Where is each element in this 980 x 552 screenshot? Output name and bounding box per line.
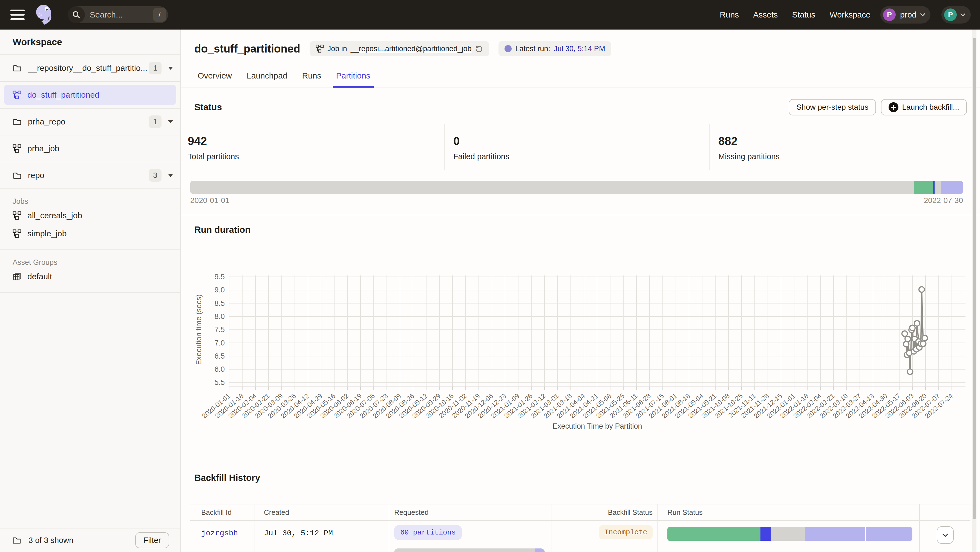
table-row: jozrgsbh Jul 30, 5:12 PM 60 partitions 2… [190, 521, 970, 552]
page-title: do_stuff_partitioned [194, 43, 300, 55]
latest-run-link[interactable]: Jul 30, 5:14 PM [554, 44, 605, 53]
sidebar-item-repo[interactable]: repo3 [0, 162, 180, 189]
data-point [922, 335, 928, 341]
nav-link-workspace[interactable]: Workspace [829, 10, 870, 19]
partition-status-bar[interactable] [190, 181, 963, 194]
col-backfill-id: Backfill Id [190, 504, 255, 520]
tab-overview[interactable]: Overview [194, 68, 235, 87]
tab-partitions[interactable]: Partitions [333, 68, 374, 87]
sidebar-item-__repository__do_stuff_partitio...[interactable]: __repository__do_stuff_partitio...1 [0, 55, 180, 82]
run-status-segment [771, 527, 805, 541]
caret-down-icon[interactable] [168, 121, 173, 124]
nav-link-runs[interactable]: Runs [720, 10, 739, 19]
repo-count-badge: 1 [149, 116, 162, 128]
caret-down-icon[interactable] [168, 174, 173, 177]
requested-range-bar [394, 549, 545, 552]
caret-down-icon[interactable] [168, 67, 173, 70]
run-duration-heading: Run duration [194, 225, 980, 235]
partition-bar-segment [935, 181, 935, 194]
sidebar-item-label: all_cereals_job [27, 211, 82, 220]
y-tick-label: 5.5 [214, 378, 225, 387]
sidebar-item-all_cereals_job[interactable]: all_cereals_job [0, 207, 180, 224]
stat-missing-partitions: 882Missing partitions [709, 124, 967, 170]
show-per-step-status-button[interactable]: Show per-step status [789, 99, 876, 116]
user-avatar: P [944, 8, 957, 21]
sidebar-item-label: do_stuff_partitioned [27, 90, 176, 100]
dagster-app: Search... / RunsAssetsStatusWorkspace P … [0, 0, 980, 552]
sidebar-item-simple_job[interactable]: simple_job [0, 225, 180, 242]
job-location-prefix: Job in [328, 44, 347, 53]
run-status-segment [866, 527, 912, 541]
y-tick-label: 7.5 [214, 325, 225, 334]
search-placeholder: Search... [90, 10, 153, 19]
job-location-link[interactable]: __reposi...artitioned@partitioned_job [351, 44, 472, 53]
section-label-jobs: Jobs [13, 197, 180, 206]
nav-link-assets[interactable]: Assets [753, 10, 778, 19]
folder-icon [12, 536, 21, 545]
sidebar-item-default[interactable]: default [0, 268, 180, 285]
stat-failed-partitions: 0Failed partitions [444, 124, 709, 170]
asset-group-icon [13, 272, 21, 281]
backfill-table: Backfill Id Created Requested Backfill S… [190, 504, 970, 552]
latest-run-tag: Latest run: Jul 30, 5:14 PM [498, 41, 611, 56]
y-tick-label: 7.0 [214, 339, 225, 347]
run-status-segment [667, 527, 760, 541]
main-content: do_stuff_partitioned Job in __reposi...a… [181, 30, 980, 552]
sidebar-item-do_stuff_partitioned[interactable]: do_stuff_partitioned [4, 85, 176, 105]
x-axis-title: Execution Time by Partition [552, 422, 642, 430]
run-status-bar[interactable] [667, 527, 912, 541]
backfill-id-link[interactable]: jozrgsbh [201, 529, 238, 538]
menu-icon[interactable] [10, 10, 25, 20]
y-axis-title: Execution time (secs) [195, 294, 203, 365]
run-status-dot [504, 45, 512, 52]
deployment-avatar: P [883, 8, 896, 21]
folder-icon [13, 117, 22, 126]
reload-icon[interactable] [475, 44, 483, 53]
section-label-asset-groups: Asset Groups [13, 258, 180, 267]
data-point [904, 341, 909, 347]
launch-backfill-button[interactable]: Launch backfill... [881, 99, 967, 116]
sidebar-item-prha_job[interactable]: prha_job [0, 135, 180, 162]
y-tick-label: 9.0 [214, 286, 225, 294]
nav-link-status[interactable]: Status [792, 10, 815, 19]
status-heading: Status [194, 102, 222, 113]
expand-row-button[interactable] [937, 526, 954, 544]
repo-count-badge: 1 [149, 62, 162, 75]
latest-run-label: Latest run: [515, 44, 550, 53]
sidebar-item-label: prha_job [27, 144, 173, 153]
job-header: do_stuff_partitioned Job in __reposi...a… [181, 30, 980, 56]
requested-partitions-badge[interactable]: 60 partitions [394, 525, 462, 540]
partition-range-start: 2020-01-01 [190, 196, 229, 205]
sidebar-item-prha_repo[interactable]: prha_repo1 [0, 109, 180, 135]
backfill-status-badge: Incomplete [599, 525, 652, 539]
search-input[interactable]: Search... / [68, 6, 168, 23]
filter-button[interactable]: Filter [135, 532, 169, 548]
tab-launchpad[interactable]: Launchpad [243, 68, 290, 87]
dagster-logo-icon[interactable] [32, 3, 56, 27]
search-icon [68, 6, 85, 23]
y-tick-label: 8.0 [214, 312, 225, 320]
partition-bar-segment [914, 181, 933, 194]
sidebar-item-label: simple_job [27, 229, 67, 238]
sidebar-sections: Jobsall_cereals_jobsimple_jobAsset Group… [0, 197, 180, 293]
folder-icon [13, 171, 22, 180]
sidebar-item-label: default [27, 272, 52, 281]
deployment-switcher[interactable]: P prod [880, 6, 931, 24]
stat-label: Total partitions [188, 152, 444, 161]
search-shortcut-key: / [153, 8, 166, 22]
stat-value: 882 [718, 135, 967, 148]
user-menu[interactable]: P [942, 6, 971, 24]
scrollbar-thumb[interactable] [973, 38, 976, 519]
backfill-created: Jul 30, 5:12 PM [264, 529, 333, 538]
deployment-name: prod [900, 10, 916, 19]
stat-label: Missing partitions [718, 152, 967, 161]
partition-bar-segment [941, 181, 963, 194]
tab-runs[interactable]: Runs [299, 68, 325, 87]
chevron-down-icon [941, 531, 949, 539]
page-scrollbar[interactable] [972, 30, 977, 552]
job-icon [13, 211, 21, 220]
section-divider [0, 292, 180, 293]
partition-stats: 942Total partitions0Failed partitions882… [188, 124, 980, 170]
job-icon [13, 90, 21, 99]
run-status-segment [760, 527, 771, 541]
